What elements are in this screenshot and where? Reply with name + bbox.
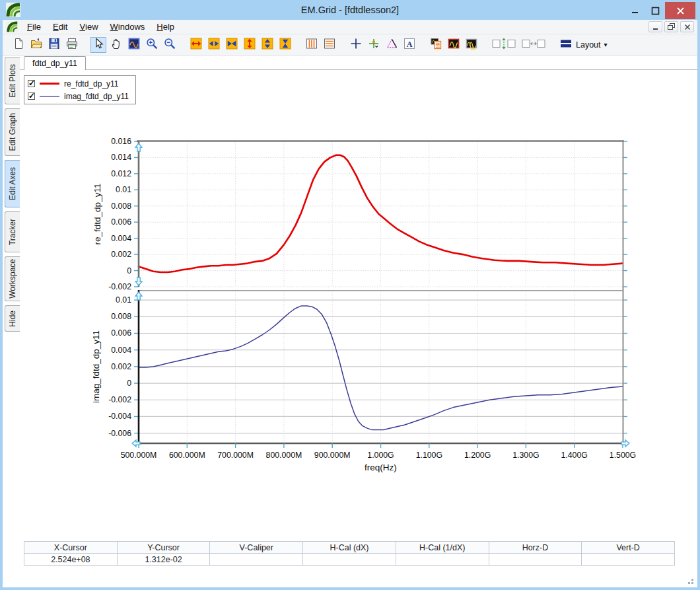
menu-bar-items: FileEditViewWindowsHelp: [21, 20, 180, 34]
fit-vertical-button[interactable]: [277, 37, 293, 53]
status-value: [303, 554, 396, 566]
cross-marker-icon: [349, 37, 363, 53]
sidebar-tab-edit-graph[interactable]: Edit Graph: [5, 108, 20, 156]
shrink-horizontal-button[interactable]: [206, 37, 222, 53]
y-tick-label: 0.002: [111, 362, 131, 371]
legend-label: imag_fdtd_dp_y11: [64, 92, 129, 101]
new-document-button[interactable]: [11, 37, 26, 53]
x-tick-label: 1.200G: [464, 451, 491, 460]
menu-bar: FileEditViewWindowsHelp: [3, 20, 697, 34]
zoom-out-button[interactable]: [162, 37, 178, 53]
layout-dropdown[interactable]: Layout ▾: [559, 37, 608, 52]
y-tick-label: 0.004: [111, 346, 131, 355]
fit-vertical-icon: [279, 37, 292, 53]
menu-edit[interactable]: Edit: [47, 20, 73, 34]
y-tick-label: 0: [127, 379, 131, 388]
cross-marker-button[interactable]: [348, 37, 364, 53]
menu-file[interactable]: File: [21, 20, 47, 34]
legend-checkbox[interactable]: [28, 80, 35, 87]
x-tick-label: 700.000M: [217, 451, 254, 460]
pan-button[interactable]: [108, 37, 124, 53]
status-header: V-Caliper: [210, 542, 303, 554]
axes-marker-button[interactable]: [366, 37, 382, 53]
zoom-window-button[interactable]: [126, 37, 142, 53]
sidebar-tab-edit-axes[interactable]: Edit Axes: [5, 160, 20, 207]
y-tick-label: -0.006: [108, 429, 131, 438]
plot-list-button[interactable]: [428, 37, 444, 53]
legend-checkbox[interactable]: [28, 92, 35, 100]
status-value: [489, 554, 582, 566]
axis-handle-down-icon[interactable]: [135, 277, 142, 285]
sidebar-tab-edit-plots[interactable]: Edit Plots: [5, 57, 20, 104]
app-logo-icon: [6, 3, 20, 17]
x-axis-label: freq(Hz): [365, 462, 397, 472]
status-header: Vert-D: [582, 542, 675, 554]
sidebar-tab-label: Hide: [8, 311, 17, 327]
legend: re_fdtd_dp_y11imag_fdtd_dp_y11: [24, 75, 136, 104]
child-close-button[interactable]: [680, 21, 694, 32]
vertical-gridlines-icon: [305, 37, 318, 53]
y-tick-label: 0.01: [116, 295, 131, 305]
text-label-icon: A: [403, 37, 416, 53]
save-button[interactable]: [46, 37, 62, 53]
resize-grip[interactable]: [684, 575, 693, 584]
window-title: EM.Grid - [fdtdlesson2]: [3, 5, 697, 15]
select-cursor-button[interactable]: [90, 37, 106, 53]
shrink-vertical-button[interactable]: [260, 37, 275, 53]
sidebar-tab-hide[interactable]: Hide: [5, 305, 20, 332]
status-value: [210, 554, 303, 566]
open-file-button[interactable]: [28, 37, 44, 53]
show-trace-button[interactable]: [446, 37, 462, 53]
split-vertical-button[interactable]: [490, 37, 518, 53]
menu-windows[interactable]: Windows: [104, 20, 151, 34]
y-tick-label: 0: [127, 266, 131, 276]
child-minimize-button[interactable]: [648, 21, 662, 32]
horizontal-gridlines-button[interactable]: [322, 37, 337, 53]
menu-view[interactable]: View: [73, 20, 104, 34]
document-tabbar: fdtd_dp_y11: [20, 55, 697, 70]
show-all-traces-button[interactable]: [464, 37, 479, 53]
expand-vertical-button[interactable]: [242, 37, 258, 53]
x-tick-label: 1.400G: [561, 451, 588, 460]
y-tick-label: 0.002: [111, 250, 131, 259]
split-horizontal-button[interactable]: [520, 37, 547, 53]
print-button[interactable]: [64, 37, 80, 53]
chart[interactable]: 0.0160.0140.0120.010.0080.0060.0040.0020…: [86, 130, 637, 477]
expand-vertical-icon: [243, 37, 256, 53]
axes-marker-icon: [367, 37, 380, 53]
x-tick-label: 600.000M: [169, 451, 205, 460]
content-area: fdtd_dp_y11 re_fdtd_dp_y11imag_fdtd_dp_y…: [20, 55, 697, 587]
child-restore-button[interactable]: [664, 21, 678, 32]
fit-horizontal-button[interactable]: [224, 37, 240, 53]
status-bar: X-CursorY-CursorV-CaliperH-Cal (dX)H-Cal…: [24, 541, 675, 566]
text-label-button[interactable]: A: [402, 37, 417, 53]
x-tick-label: 900.000M: [314, 451, 351, 460]
y-tick-label: -0.002: [108, 282, 131, 291]
zoom-in-button[interactable]: [144, 37, 160, 53]
delta-marker-button[interactable]: [384, 37, 400, 53]
sidebar-tab-tracker[interactable]: Tracker: [5, 211, 20, 252]
x-tick-label: 800.000M: [266, 451, 302, 460]
menu-help[interactable]: Help: [151, 20, 180, 34]
axis-handle-up-icon[interactable]: [135, 292, 142, 300]
close-button[interactable]: [665, 2, 695, 19]
caret-down-icon: ▾: [604, 41, 608, 48]
axis-handle-up-icon[interactable]: [135, 143, 142, 151]
vertical-gridlines-button[interactable]: [304, 37, 320, 53]
y-tick-label: 0.008: [111, 202, 131, 211]
x-tick-label: 1.100G: [416, 451, 442, 460]
expand-horizontal-icon: [190, 37, 203, 53]
y-tick-label: -0.004: [108, 412, 131, 421]
sidebar-tab-label: Workspace: [8, 259, 17, 299]
maximize-button[interactable]: [645, 2, 665, 19]
expand-horizontal-button[interactable]: [188, 37, 204, 53]
legend-line-sample: [40, 96, 59, 97]
y-tick-label: 0.014: [111, 153, 131, 162]
sidebar-tab-workspace[interactable]: Workspace: [5, 256, 20, 301]
y-tick-label: 0.01: [116, 185, 131, 194]
status-value: [582, 554, 675, 566]
document-tab[interactable]: fdtd_dp_y11: [24, 56, 86, 70]
minimize-button[interactable]: [625, 2, 645, 19]
x-tick-label: 1.500G: [610, 451, 636, 460]
shrink-vertical-icon: [261, 37, 274, 53]
